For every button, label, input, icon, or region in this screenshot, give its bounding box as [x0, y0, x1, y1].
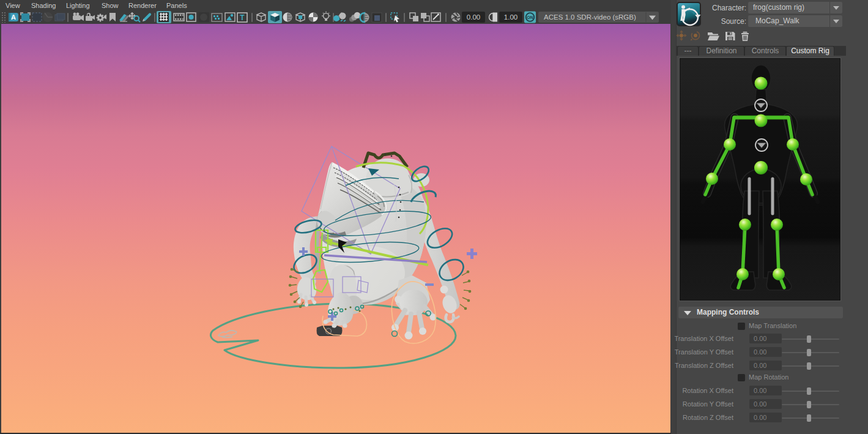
svg-text:ACES 1.0 SDR-video (sRGB): ACES 1.0 SDR-video (sRGB)	[544, 13, 636, 21]
svg-text:1.00: 1.00	[504, 13, 517, 21]
svg-text:A: A	[11, 13, 16, 21]
svg-text:ON: ON	[527, 15, 533, 20]
svg-text:T: T	[240, 13, 245, 22]
svg-text:0.00: 0.00	[467, 13, 480, 21]
